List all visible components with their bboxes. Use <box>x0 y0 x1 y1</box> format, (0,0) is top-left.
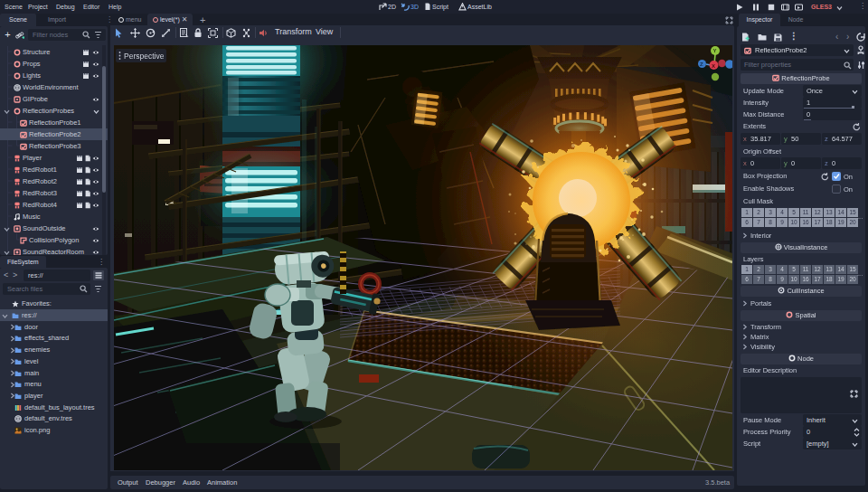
svg-text:Z: Z <box>700 62 703 67</box>
svg-text:Y: Y <box>713 48 717 53</box>
svg-text:Perspective: Perspective <box>124 52 165 61</box>
svg-text:X: X <box>712 63 715 69</box>
